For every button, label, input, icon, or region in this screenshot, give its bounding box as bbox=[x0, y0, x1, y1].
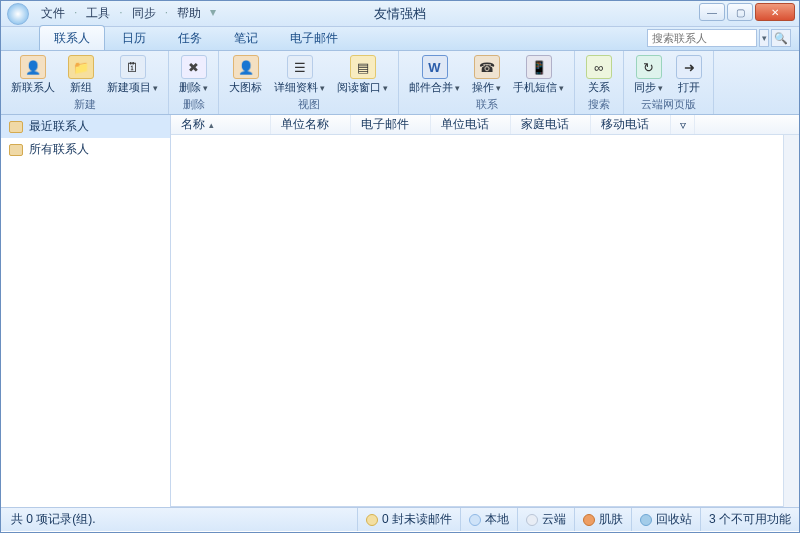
column-workphone[interactable]: 单位电话 bbox=[431, 115, 511, 134]
column-headers: 名称 单位名称 电子邮件 单位电话 家庭电话 移动电话 ▿ bbox=[171, 115, 799, 135]
status-skin-label: 肌肤 bbox=[599, 511, 623, 528]
sidebar-all-label: 所有联系人 bbox=[29, 141, 89, 158]
status-trash[interactable]: 回收站 bbox=[631, 508, 700, 531]
column-company[interactable]: 单位名称 bbox=[271, 115, 351, 134]
sync-icon: ↻ bbox=[636, 55, 662, 79]
app-icon bbox=[7, 3, 29, 25]
tab-notes[interactable]: 笔记 bbox=[219, 25, 273, 50]
status-bar: 共 0 项记录(组). 0 封未读邮件 本地 云端 肌肤 回收站 3 个不可用功… bbox=[1, 507, 799, 531]
operate-label: 操作 bbox=[472, 80, 501, 95]
close-button[interactable]: ✕ bbox=[755, 3, 795, 21]
sidebar-recent-label: 最近联系人 bbox=[29, 118, 89, 135]
status-cloud[interactable]: 云端 bbox=[517, 508, 574, 531]
tab-contacts[interactable]: 联系人 bbox=[39, 25, 105, 50]
cloud-icon bbox=[526, 514, 538, 526]
ribbon-group-new: 👤新联系人 📁新组 🗓新建项目 新建 bbox=[1, 51, 169, 114]
operate-button[interactable]: ☎操作 bbox=[466, 53, 507, 97]
tab-calendar[interactable]: 日历 bbox=[107, 25, 161, 50]
search-area: ▾ 🔍 bbox=[647, 29, 791, 47]
menu-file[interactable]: 文件 bbox=[35, 3, 71, 24]
mail-merge-label: 邮件合并 bbox=[409, 80, 460, 95]
sms-label: 手机短信 bbox=[513, 80, 564, 95]
status-unread-mail[interactable]: 0 封未读邮件 bbox=[357, 508, 460, 531]
read-window-label: 阅读窗口 bbox=[337, 80, 388, 95]
main-body: 最近联系人 所有联系人 名称 单位名称 电子邮件 单位电话 家庭电话 移动电话 … bbox=[1, 115, 799, 507]
column-filter[interactable]: ▿ bbox=[671, 115, 695, 134]
content-area: 名称 单位名称 电子邮件 单位电话 家庭电话 移动电话 ▿ bbox=[171, 115, 799, 507]
search-button[interactable]: 🔍 bbox=[771, 29, 791, 47]
open-button[interactable]: ➜打开 bbox=[669, 53, 709, 97]
sidebar: 最近联系人 所有联系人 bbox=[1, 115, 171, 507]
sms-button[interactable]: 📱手机短信 bbox=[507, 53, 570, 97]
status-disabled-label: 3 个不可用功能 bbox=[709, 511, 791, 528]
delete-button[interactable]: ✖删除 bbox=[173, 53, 214, 97]
status-local-label: 本地 bbox=[485, 511, 509, 528]
new-group-label: 新组 bbox=[70, 80, 92, 95]
folder-icon: 📁 bbox=[68, 55, 94, 79]
open-icon: ➜ bbox=[676, 55, 702, 79]
open-label: 打开 bbox=[678, 80, 700, 95]
menu-help[interactable]: 帮助 bbox=[171, 3, 207, 24]
tab-email[interactable]: 电子邮件 bbox=[275, 25, 353, 50]
search-dropdown[interactable]: ▾ bbox=[759, 29, 769, 47]
mail-merge-button[interactable]: W邮件合并 bbox=[403, 53, 466, 97]
large-icon-button[interactable]: 👤大图标 bbox=[223, 53, 268, 97]
skin-icon bbox=[583, 514, 595, 526]
column-email[interactable]: 电子邮件 bbox=[351, 115, 431, 134]
group-label-new: 新建 bbox=[1, 97, 168, 114]
vertical-scrollbar[interactable] bbox=[783, 135, 799, 507]
new-project-label: 新建项目 bbox=[107, 80, 158, 95]
ribbon-group-search: ∞关系 搜索 bbox=[575, 51, 624, 114]
contacts-group-icon bbox=[9, 121, 23, 133]
read-window-button[interactable]: ▤阅读窗口 bbox=[331, 53, 394, 97]
ribbon-group-cloud: ↻同步 ➜打开 云端网页版 bbox=[624, 51, 714, 114]
column-name[interactable]: 名称 bbox=[171, 115, 271, 134]
menu-sep: · bbox=[118, 3, 123, 24]
ribbon: 👤新联系人 📁新组 🗓新建项目 新建 ✖删除 删除 👤大图标 ☰详细资料 ▤阅读… bbox=[1, 51, 799, 115]
maximize-button[interactable]: ▢ bbox=[727, 3, 753, 21]
group-label-search: 搜索 bbox=[575, 97, 623, 114]
sidebar-item-all[interactable]: 所有联系人 bbox=[1, 138, 170, 161]
menu-sep: ▾ bbox=[209, 3, 217, 24]
title-bar: 文件· 工具· 同步· 帮助▾ 友情强档 — ▢ ✕ bbox=[1, 1, 799, 27]
tab-tasks[interactable]: 任务 bbox=[163, 25, 217, 50]
relation-icon: ∞ bbox=[586, 55, 612, 79]
data-grid[interactable] bbox=[171, 135, 783, 507]
status-local[interactable]: 本地 bbox=[460, 508, 517, 531]
tab-strip: 联系人 日历 任务 笔记 电子邮件 ▾ 🔍 bbox=[1, 27, 799, 51]
detail-button[interactable]: ☰详细资料 bbox=[268, 53, 331, 97]
group-label-view: 视图 bbox=[219, 97, 398, 114]
status-unread-label: 0 封未读邮件 bbox=[382, 511, 452, 528]
phone-qq-icon: ☎ bbox=[474, 55, 500, 79]
status-trash-label: 回收站 bbox=[656, 511, 692, 528]
new-group-button[interactable]: 📁新组 bbox=[61, 53, 101, 97]
group-label-cloud: 云端网页版 bbox=[624, 97, 713, 114]
ribbon-group-view: 👤大图标 ☰详细资料 ▤阅读窗口 视图 bbox=[219, 51, 399, 114]
phone-icon: 📱 bbox=[526, 55, 552, 79]
sync-button[interactable]: ↻同步 bbox=[628, 53, 669, 97]
minimize-button[interactable]: — bbox=[699, 3, 725, 21]
sync-label: 同步 bbox=[634, 80, 663, 95]
contacts-group-icon bbox=[9, 144, 23, 156]
relation-button[interactable]: ∞关系 bbox=[579, 53, 619, 97]
new-contact-button[interactable]: 👤新联系人 bbox=[5, 53, 61, 97]
local-icon bbox=[469, 514, 481, 526]
window-controls: — ▢ ✕ bbox=[699, 3, 795, 21]
menu-sep: · bbox=[73, 3, 78, 24]
menu-tools[interactable]: 工具 bbox=[80, 3, 116, 24]
column-homephone[interactable]: 家庭电话 bbox=[511, 115, 591, 134]
column-mobile[interactable]: 移动电话 bbox=[591, 115, 671, 134]
reading-pane-icon: ▤ bbox=[350, 55, 376, 79]
sidebar-item-recent[interactable]: 最近联系人 bbox=[1, 115, 170, 138]
word-icon: W bbox=[422, 55, 448, 79]
column-spacer bbox=[695, 115, 799, 134]
status-records: 共 0 项记录(组). bbox=[1, 511, 106, 528]
status-disabled[interactable]: 3 个不可用功能 bbox=[700, 508, 799, 531]
search-input[interactable] bbox=[647, 29, 757, 47]
status-skin[interactable]: 肌肤 bbox=[574, 508, 631, 531]
new-project-button[interactable]: 🗓新建项目 bbox=[101, 53, 164, 97]
trash-icon bbox=[640, 514, 652, 526]
window-title: 友情强档 bbox=[374, 5, 426, 23]
menu-sync[interactable]: 同步 bbox=[126, 3, 162, 24]
delete-label: 删除 bbox=[179, 80, 208, 95]
